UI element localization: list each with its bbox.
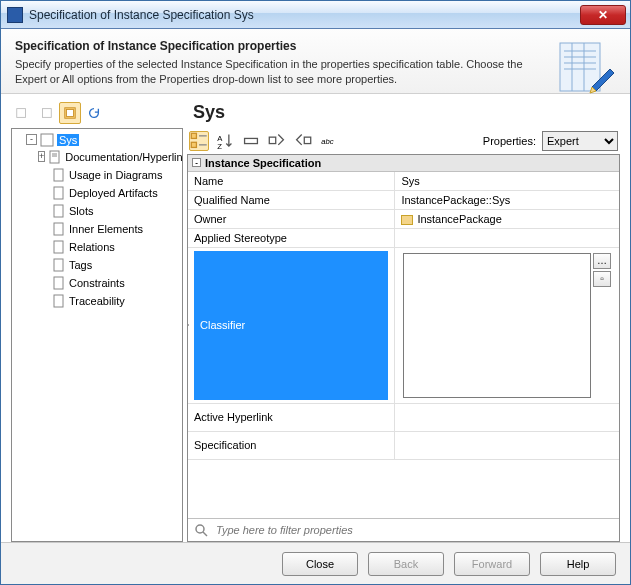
svg-rect-18 [54, 187, 63, 199]
svg-rect-14 [50, 151, 59, 163]
svg-rect-23 [54, 277, 63, 289]
tree-item-label: Usage in Diagrams [69, 169, 163, 181]
abc-button[interactable]: abc [319, 131, 339, 151]
close-button[interactable]: Close [282, 552, 358, 576]
tree-item-documentation[interactable]: +Documentation/Hyperlinks [36, 149, 182, 165]
header-description: Specify properties of the selected Insta… [15, 57, 616, 87]
svg-rect-32 [269, 137, 275, 143]
filter-bar [188, 518, 619, 541]
svg-line-36 [203, 532, 207, 536]
forward-button[interactable]: Forward [454, 552, 530, 576]
tree-item-label: Deployed Artifacts [69, 187, 158, 199]
hide-empty-button[interactable] [293, 131, 313, 151]
sheet-icon [52, 240, 66, 254]
help-button[interactable]: Help [540, 552, 616, 576]
svg-rect-19 [54, 205, 63, 217]
tree-item-traceability[interactable]: Traceability [36, 293, 182, 309]
sheet-icon [52, 276, 66, 290]
svg-rect-20 [54, 223, 63, 235]
sort-button[interactable]: AZ [215, 131, 235, 151]
title-bar[interactable]: Specification of Instance Specification … [1, 1, 630, 29]
tree-item-label: Inner Elements [69, 223, 143, 235]
close-window-button[interactable]: ✕ [580, 5, 626, 25]
section-title: Instance Specification [205, 157, 321, 169]
prop-value[interactable]: InstancePackage::Sys [395, 190, 619, 209]
expand-button[interactable] [241, 131, 261, 151]
svg-rect-13 [41, 134, 53, 146]
tree-item-tags[interactable]: Tags [36, 257, 182, 273]
prop-label: Name [188, 172, 395, 191]
refresh-button[interactable] [83, 102, 105, 124]
history-back-button[interactable] [11, 102, 33, 124]
svg-text:abc: abc [321, 136, 334, 145]
tree-item-usage[interactable]: Usage in Diagrams [36, 167, 182, 183]
prop-value[interactable] [395, 228, 619, 247]
row-active-hyperlink[interactable]: Active Hyperlink [188, 403, 619, 431]
window-title: Specification of Instance Specification … [29, 8, 580, 22]
tree-item-slots[interactable]: Slots [36, 203, 182, 219]
folder-icon [401, 215, 413, 225]
sheet-icon [52, 258, 66, 272]
tree-view-button[interactable] [59, 102, 81, 124]
collapse-icon[interactable]: - [26, 134, 37, 145]
properties-toolbar: AZ abc Properties: Expert [187, 128, 620, 154]
svg-rect-9 [17, 108, 26, 117]
search-icon [194, 523, 208, 537]
header-illustration [554, 37, 618, 101]
prop-value[interactable]: InstancePackage [395, 209, 619, 228]
back-button[interactable]: Back [368, 552, 444, 576]
show-empty-button[interactable] [267, 131, 287, 151]
prop-value[interactable] [395, 431, 619, 459]
properties-label: Properties: [483, 135, 536, 147]
history-fwd-button[interactable] [35, 102, 57, 124]
section-header[interactable]: - Instance Specification [188, 155, 619, 172]
svg-rect-31 [245, 138, 258, 143]
filter-input[interactable] [214, 523, 613, 537]
row-classifier[interactable]: Classifier … ▫ [188, 247, 619, 403]
header-panel: Specification of Instance Specification … [1, 29, 630, 94]
prop-label-selected: Classifier [194, 251, 388, 400]
expand-icon[interactable]: + [38, 151, 45, 162]
classifier-list[interactable] [403, 253, 591, 398]
svg-rect-21 [54, 241, 63, 253]
tree-item-artifacts[interactable]: Deployed Artifacts [36, 185, 182, 201]
button-bar: Close Back Forward Help [1, 542, 630, 584]
row-specification[interactable]: Specification [188, 431, 619, 459]
sheet-icon [52, 186, 66, 200]
classifier-browse-button[interactable]: … [593, 253, 611, 269]
svg-rect-25 [191, 133, 196, 138]
collapse-section-icon[interactable]: - [192, 158, 201, 167]
svg-rect-0 [560, 43, 600, 91]
row-qualified-name[interactable]: Qualified Name InstancePackage::Sys [188, 190, 619, 209]
tree-item-label: Tags [69, 259, 92, 271]
svg-rect-22 [54, 259, 63, 271]
row-indicator-icon [188, 320, 189, 330]
header-title: Specification of Instance Specification … [15, 39, 616, 53]
sheet-icon [52, 222, 66, 236]
row-name[interactable]: Name Sys [188, 172, 619, 191]
svg-rect-33 [304, 137, 310, 143]
owner-value-text: InstancePackage [417, 213, 501, 225]
svg-rect-10 [43, 108, 52, 117]
classifier-clear-button[interactable]: ▫ [593, 271, 611, 287]
tree-item-label: Slots [69, 205, 93, 217]
tree-item-inner[interactable]: Inner Elements [36, 221, 182, 237]
row-applied-stereotype[interactable]: Applied Stereotype [188, 228, 619, 247]
properties-mode-select[interactable]: Expert [542, 131, 618, 151]
row-owner[interactable]: Owner InstancePackage [188, 209, 619, 228]
prop-label: Specification [188, 431, 395, 459]
categorized-button[interactable] [189, 131, 209, 151]
prop-label: Qualified Name [188, 190, 395, 209]
prop-value[interactable] [395, 403, 619, 431]
sheet-icon [52, 204, 66, 218]
tree-item-relations[interactable]: Relations [36, 239, 182, 255]
tree-item-label: Relations [69, 241, 115, 253]
page-title: Sys [193, 102, 225, 123]
prop-label: Applied Stereotype [188, 228, 395, 247]
tree-root[interactable]: - Sys [24, 132, 182, 148]
prop-value[interactable]: Sys [395, 172, 619, 191]
navigation-tree[interactable]: - Sys +Documentation/Hyperlinks Usage in… [11, 128, 183, 542]
app-icon [7, 7, 23, 23]
tree-item-constraints[interactable]: Constraints [36, 275, 182, 291]
tree-item-label: Constraints [69, 277, 125, 289]
